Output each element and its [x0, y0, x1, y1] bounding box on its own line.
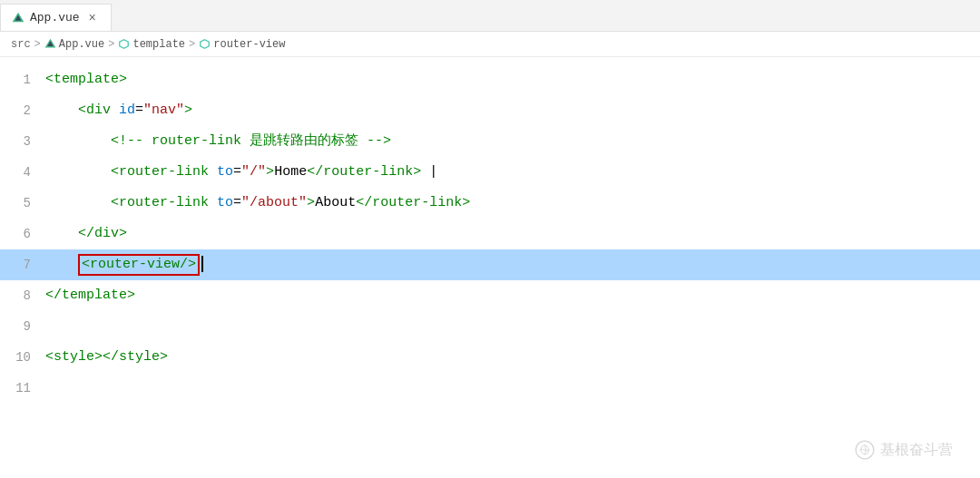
- code-line-11: 11: [0, 373, 980, 404]
- breadcrumb-template-node: template: [118, 38, 185, 51]
- line-content-6: </div>: [45, 219, 980, 249]
- breadcrumb-sep-2: >: [108, 38, 114, 51]
- code-line-6: 6 </div>: [0, 219, 980, 249]
- code-line-1: 1 <template>: [0, 64, 980, 95]
- component-cube-icon: [118, 38, 130, 50]
- router-view-highlighted: <router-view/>: [78, 254, 200, 276]
- breadcrumb-router-view: router-view: [213, 38, 285, 51]
- breadcrumb-template: template: [132, 38, 185, 51]
- code-line-3: 3 <!-- router-link 是跳转路由的标签 -->: [0, 126, 980, 157]
- tab-bar: App.vue ×: [0, 0, 980, 32]
- line-number-9: 9: [0, 311, 45, 342]
- breadcrumb-src: src: [11, 38, 31, 51]
- vue-logo-small: [44, 38, 56, 50]
- editor-area: 1 <template> 2 <div id="nav"> 3 <!-- rou…: [0, 57, 980, 478]
- breadcrumb-sep-3: >: [189, 38, 195, 51]
- line-content-1: <template>: [45, 64, 980, 95]
- code-line-7: 7 <router-view/>: [0, 249, 980, 280]
- line-content-8: </template>: [45, 280, 980, 311]
- watermark-text: 基根奋斗营: [880, 441, 953, 460]
- code-line-5: 5 <router-link to="/about">About</router…: [0, 188, 980, 219]
- code-line-9: 9: [0, 311, 980, 342]
- line-content-11: [45, 373, 980, 404]
- code-line-4: 4 <router-link to="/">Home</router-link>…: [0, 157, 980, 188]
- text-cursor: [201, 256, 203, 272]
- code-line-10: 10 <style></style>: [0, 342, 980, 373]
- tab-filename: App.vue: [30, 11, 80, 24]
- breadcrumb-file: App.vue: [59, 38, 104, 51]
- line-content-9: [45, 311, 980, 342]
- line-content-3: <!-- router-link 是跳转路由的标签 -->: [45, 126, 980, 157]
- line-number-8: 8: [0, 280, 45, 311]
- code-line-8: 8 </template>: [0, 280, 980, 311]
- line-content-2: <div id="nav">: [45, 95, 980, 126]
- line-content-4: <router-link to="/">Home</router-link> |: [45, 157, 980, 188]
- line-content-5: <router-link to="/about">About</router-l…: [45, 188, 980, 219]
- line-number-3: 3: [0, 126, 45, 157]
- tab-close-button[interactable]: ×: [85, 9, 100, 27]
- breadcrumb-bar: src > App.vue > template > router-view: [0, 32, 980, 57]
- code-line-2: 2 <div id="nav">: [0, 95, 980, 126]
- line-content-7: <router-view/>: [45, 249, 980, 280]
- breadcrumb-vue-file: App.vue: [44, 38, 104, 51]
- line-content-10: <style></style>: [45, 342, 980, 373]
- breadcrumb-sep-1: >: [34, 38, 41, 51]
- line-number-7: 7: [0, 249, 45, 280]
- watermark-icon: [855, 440, 875, 460]
- line-number-5: 5: [0, 188, 45, 219]
- line-number-2: 2: [0, 95, 45, 126]
- line-number-11: 11: [0, 373, 45, 404]
- tab-app-vue[interactable]: App.vue ×: [0, 4, 112, 31]
- vue-file-icon: [12, 12, 24, 24]
- line-number-6: 6: [0, 219, 45, 249]
- breadcrumb-router-view-node: router-view: [199, 38, 285, 51]
- line-number-1: 1: [0, 64, 45, 95]
- line-number-10: 10: [0, 342, 45, 373]
- watermark: 基根奋斗营: [855, 440, 953, 460]
- line-number-4: 4: [0, 157, 45, 188]
- component-cube-icon-2: [199, 38, 211, 50]
